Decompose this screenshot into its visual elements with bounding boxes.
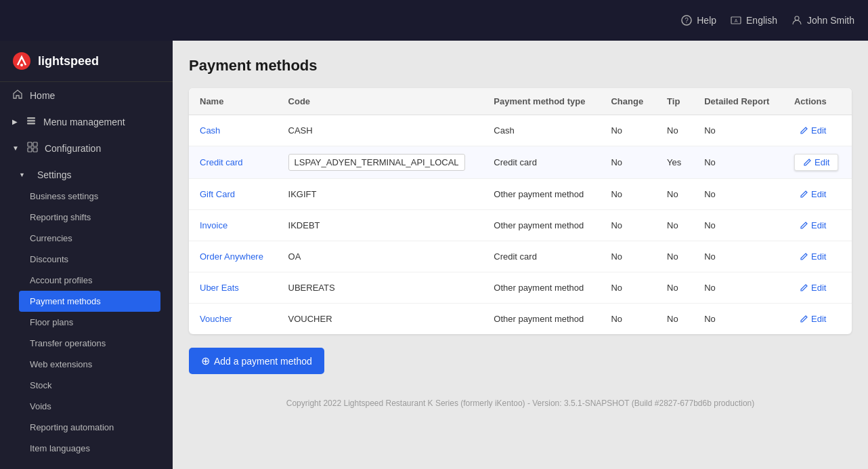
- svg-rect-12: [28, 148, 32, 152]
- change-cell: No: [600, 272, 656, 304]
- change-cell: No: [600, 241, 656, 272]
- svg-text:?: ?: [685, 17, 689, 24]
- tip-cell: No: [656, 179, 693, 210]
- edit-button[interactable]: Edit: [794, 311, 831, 327]
- arrow-icon-config: ▼: [12, 144, 19, 152]
- menu-icon: [26, 115, 37, 128]
- edit-button[interactable]: Edit: [794, 280, 831, 295]
- sidebar-item-currencies[interactable]: Currencies: [19, 228, 160, 249]
- language-selector[interactable]: A English: [730, 14, 777, 26]
- sidebar-item-settings[interactable]: ▼ Settings: [19, 164, 160, 186]
- sidebar-item-menu-management[interactable]: ▶ Menu management: [0, 108, 173, 135]
- edit-button[interactable]: Edit: [794, 154, 838, 171]
- sidebar-item-payment-methods[interactable]: Payment methods: [19, 291, 160, 312]
- app-layout: lightspeed Home ▶ Menu management: [0, 41, 868, 469]
- payment-method-name-link[interactable]: Gift Card: [200, 189, 235, 199]
- tip-cell: No: [656, 272, 693, 304]
- tip-cell: No: [656, 210, 693, 241]
- code-cell: VOUCHER: [278, 304, 483, 335]
- payment-method-name-link[interactable]: Voucher: [200, 314, 232, 324]
- sidebar-item-stock[interactable]: Stock: [19, 375, 160, 396]
- svg-rect-13: [33, 148, 37, 152]
- edit-icon: [800, 252, 808, 261]
- sidebar-item-reporting-automation[interactable]: Reporting automation: [19, 417, 160, 438]
- svg-rect-9: [27, 123, 35, 125]
- col-detailed-report: Detailed Report: [693, 88, 783, 115]
- edit-button[interactable]: Edit: [794, 186, 831, 202]
- table-row: VoucherVOUCHEROther payment methodNoNoNo…: [189, 304, 852, 335]
- svg-text:A: A: [735, 18, 738, 23]
- sidebar-item-transfer-operations[interactable]: Transfer operations: [19, 333, 160, 354]
- settings-group: ▼ Settings Business settings Reporting s…: [0, 161, 173, 462]
- edit-button[interactable]: Edit: [794, 249, 831, 264]
- detailed-report-cell: No: [693, 241, 783, 272]
- plus-icon: ⊕: [201, 354, 210, 367]
- svg-rect-10: [28, 142, 32, 146]
- topbar: ? Help A English John Smith: [0, 0, 868, 41]
- table-row: Uber EatsUBEREATSOther payment methodNoN…: [189, 272, 852, 304]
- add-payment-method-button[interactable]: ⊕ Add a payment method: [189, 348, 324, 374]
- table-row: Order AnywhereOACredit cardNoNoNo Edit: [189, 241, 852, 272]
- main-content: Payment methods Name Code Payment method…: [173, 41, 868, 469]
- sidebar-item-configurations[interactable]: Configurations: [0, 462, 173, 469]
- sidebar-item-business-settings[interactable]: Business settings: [19, 186, 160, 207]
- code-cell: UBEREATS: [278, 272, 483, 304]
- user-menu[interactable]: John Smith: [791, 14, 854, 26]
- config-icon: [27, 142, 38, 155]
- code-cell: IKDEBT: [278, 210, 483, 241]
- detailed-report-cell: No: [693, 304, 783, 335]
- type-cell: Credit card: [483, 241, 600, 272]
- sidebar-item-configuration[interactable]: ▼ Configuration: [0, 135, 173, 161]
- logo-text: lightspeed: [38, 54, 99, 68]
- edit-icon: [800, 190, 808, 199]
- col-type: Payment method type: [483, 88, 600, 115]
- sidebar-item-reporting-shifts[interactable]: Reporting shifts: [19, 207, 160, 228]
- edit-icon: [800, 221, 808, 230]
- svg-rect-7: [27, 117, 35, 119]
- sidebar-item-account-profiles[interactable]: Account profiles: [19, 270, 160, 291]
- payment-method-name-link[interactable]: Credit card: [200, 157, 243, 167]
- payment-method-name-link[interactable]: Invoice: [200, 220, 227, 230]
- type-cell: Credit card: [483, 146, 600, 179]
- col-code: Code: [278, 88, 483, 115]
- page-title: Payment methods: [189, 57, 852, 75]
- sidebar-item-discounts[interactable]: Discounts: [19, 249, 160, 270]
- payment-methods-table-card: Name Code Payment method type Change Tip…: [189, 88, 852, 334]
- table-row: Gift CardIKGIFTOther payment methodNoNoN…: [189, 179, 852, 210]
- type-cell: Other payment method: [483, 272, 600, 304]
- change-cell: No: [600, 115, 656, 146]
- sidebar-item-label-menu-management: Menu management: [43, 117, 125, 127]
- edit-button[interactable]: Edit: [794, 218, 831, 233]
- svg-point-5: [13, 52, 30, 70]
- detailed-report-cell: No: [693, 210, 783, 241]
- edit-icon: [800, 314, 808, 323]
- language-icon: A: [730, 14, 742, 26]
- svg-rect-8: [27, 120, 35, 122]
- sidebar-item-floor-plans[interactable]: Floor plans: [19, 312, 160, 333]
- edit-icon: [803, 158, 812, 167]
- svg-point-4: [795, 16, 799, 20]
- detailed-report-cell: No: [693, 115, 783, 146]
- sidebar-item-item-languages[interactable]: Item languages: [19, 438, 160, 459]
- sidebar-item-home[interactable]: Home: [0, 82, 173, 108]
- sidebar-item-web-extensions[interactable]: Web extensions: [19, 354, 160, 375]
- type-cell: Other payment method: [483, 179, 600, 210]
- code-cell: CASH: [278, 115, 483, 146]
- user-icon: [791, 14, 803, 26]
- help-button[interactable]: ? Help: [680, 14, 716, 26]
- help-icon: ?: [680, 14, 693, 26]
- payment-method-name-link[interactable]: Cash: [200, 125, 220, 136]
- tip-cell: No: [656, 304, 693, 335]
- sidebar-item-label-settings: Settings: [37, 169, 72, 180]
- footer-text: Copyright 2022 Lightspeed Restaurant K S…: [189, 388, 852, 419]
- code-input-field[interactable]: LSPAY_ADYEN_TERMINAL_API_LOCAL: [288, 154, 465, 171]
- change-cell: No: [600, 146, 656, 179]
- payment-method-name-link[interactable]: Uber Eats: [200, 283, 239, 293]
- edit-button[interactable]: Edit: [794, 123, 831, 138]
- payment-method-name-link[interactable]: Order Anywhere: [200, 251, 263, 262]
- tip-cell: No: [656, 115, 693, 146]
- code-cell: IKGIFT: [278, 179, 483, 210]
- sidebar-item-voids[interactable]: Voids: [19, 396, 160, 417]
- change-cell: No: [600, 210, 656, 241]
- language-label: English: [746, 15, 777, 26]
